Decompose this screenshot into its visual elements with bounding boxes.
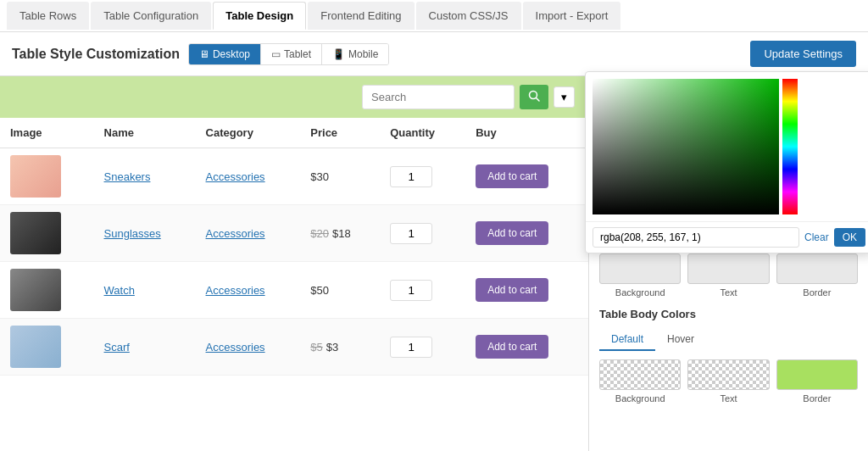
product-image-sunglasses	[10, 212, 61, 254]
table-row: Watch Accessories $50 Add to cart	[0, 262, 588, 319]
main-layout: ▾ Image Name Category Price Quantity Buy…	[0, 76, 868, 451]
page-title: Table Style Customization	[12, 47, 180, 62]
body-border-label: Border	[803, 393, 831, 404]
color-spectrum[interactable]	[782, 79, 798, 214]
color-input-row: Clear OK	[588, 221, 868, 253]
table-search-bar: ▾	[0, 76, 588, 118]
category-scarf[interactable]: Accessories	[206, 341, 265, 354]
product-table: Image Name Category Price Quantity Buy S…	[0, 118, 588, 376]
header-text-swatch-box: Text	[687, 253, 769, 298]
header-bg-label: Background	[615, 287, 665, 298]
search-input[interactable]	[362, 85, 515, 109]
body-text-swatch-box: Text	[687, 359, 769, 404]
table-row: Sunglasses Accessories $20$18 Add to car…	[0, 205, 588, 262]
add-cart-sneakers[interactable]: Add to cart	[476, 164, 548, 188]
category-sunglasses[interactable]: Accessories	[206, 227, 265, 240]
color-ok-button[interactable]: OK	[834, 228, 865, 247]
right-panel: Styling Table Colors Other Clear OK Sele…	[588, 76, 868, 451]
product-name-watch[interactable]: Watch	[104, 284, 135, 297]
col-price: Price	[300, 118, 380, 148]
col-buy: Buy	[465, 118, 588, 148]
body-border-swatch-box: Border	[776, 359, 858, 404]
tab-table-design[interactable]: Table Design	[213, 2, 306, 30]
tab-frontend-editing[interactable]: Frontend Editing	[308, 2, 414, 30]
product-image-sneakers	[10, 155, 61, 198]
body-bg-swatch-box: Background	[599, 359, 681, 404]
color-value-input[interactable]	[593, 227, 799, 248]
color-gradient[interactable]	[593, 79, 779, 214]
body-colors-title: Table Body Colors	[599, 308, 858, 320]
tablet-label: Tablet	[284, 48, 311, 60]
tablet-btn[interactable]: ▭ Tablet	[260, 44, 321, 64]
tab-table-configuration[interactable]: Table Configuration	[91, 2, 211, 30]
header-bar: Table Style Customization 🖥 Desktop ▭ Ta…	[0, 32, 868, 76]
search-icon	[528, 90, 540, 102]
product-image-watch	[10, 269, 61, 311]
product-name-sunglasses[interactable]: Sunglasses	[104, 227, 161, 240]
qty-scarf[interactable]	[390, 337, 432, 358]
picker-top	[588, 76, 868, 221]
tab-custom-css-js[interactable]: Custom CSS/JS	[416, 2, 521, 30]
header-bg-swatch[interactable]	[599, 253, 681, 284]
add-cart-sunglasses[interactable]: Add to cart	[476, 221, 548, 245]
body-border-swatch[interactable]	[776, 359, 858, 390]
price-sunglasses: $20$18	[300, 205, 380, 262]
qty-sneakers[interactable]	[390, 166, 432, 187]
top-tab-bar: Table Rows Table Configuration Table Des…	[0, 0, 868, 32]
col-image: Image	[0, 118, 94, 148]
desktop-icon: 🖥	[199, 48, 209, 60]
header-border-swatch-box: Border	[776, 253, 858, 298]
body-text-swatch[interactable]	[687, 359, 769, 390]
color-picker: Clear OK	[588, 76, 868, 253]
table-row: Sneakers Accessories $30 Add to cart	[0, 148, 588, 205]
qty-watch[interactable]	[390, 280, 432, 301]
desktop-label: Desktop	[213, 48, 250, 60]
category-watch[interactable]: Accessories	[206, 284, 265, 297]
header-text-label: Text	[720, 287, 737, 298]
header-bg-swatch-box: Background	[599, 253, 681, 298]
tab-table-rows[interactable]: Table Rows	[7, 2, 89, 30]
mobile-btn[interactable]: 📱 Mobile	[321, 44, 388, 64]
body-default-tab[interactable]: Default	[599, 329, 655, 351]
search-button[interactable]	[520, 85, 548, 109]
table-area: ▾ Image Name Category Price Quantity Buy…	[0, 76, 588, 451]
header-swatches-row: Background Text Border	[599, 253, 858, 298]
mobile-label: Mobile	[348, 48, 378, 60]
svg-line-1	[537, 98, 540, 102]
header-left: Table Style Customization 🖥 Desktop ▭ Ta…	[12, 43, 389, 65]
product-name-scarf[interactable]: Scarf	[104, 341, 130, 354]
tab-import-export[interactable]: Import - Export	[523, 2, 621, 30]
body-hover-tab[interactable]: Hover	[655, 329, 706, 351]
product-name-sneakers[interactable]: Sneakers	[104, 170, 151, 183]
price-scarf: $5$3	[300, 319, 380, 376]
add-cart-scarf[interactable]: Add to cart	[476, 335, 548, 359]
add-cart-watch[interactable]: Add to cart	[476, 278, 548, 302]
mobile-icon: 📱	[332, 48, 345, 60]
search-dropdown-button[interactable]: ▾	[554, 86, 575, 108]
body-colors-section: Table Body Colors Default Hover Backgrou…	[599, 308, 858, 404]
body-sub-tabs: Default Hover	[599, 329, 858, 351]
device-buttons: 🖥 Desktop ▭ Tablet 📱 Mobile	[188, 43, 389, 65]
body-text-label: Text	[720, 393, 737, 404]
price-watch: $50	[300, 262, 380, 319]
body-bg-label: Background	[615, 393, 665, 404]
table-row: Scarf Accessories $5$3 Add to cart	[0, 319, 588, 376]
col-category: Category	[196, 118, 301, 148]
col-name: Name	[94, 118, 196, 148]
body-bg-swatch[interactable]	[599, 359, 681, 390]
product-image-scarf	[10, 326, 61, 368]
price-sneakers: $30	[300, 148, 380, 205]
category-sneakers[interactable]: Accessories	[206, 170, 265, 183]
body-swatches-row: Background Text Border	[599, 359, 858, 404]
qty-sunglasses[interactable]	[390, 223, 432, 244]
tablet-icon: ▭	[271, 48, 281, 60]
color-clear-button[interactable]: Clear	[804, 231, 829, 243]
col-quantity: Quantity	[380, 118, 465, 148]
header-border-swatch[interactable]	[776, 253, 858, 284]
header-border-label: Border	[803, 287, 831, 298]
desktop-btn[interactable]: 🖥 Desktop	[189, 44, 260, 64]
update-settings-button[interactable]: Update Settings	[750, 41, 856, 67]
header-text-swatch[interactable]	[687, 253, 769, 284]
